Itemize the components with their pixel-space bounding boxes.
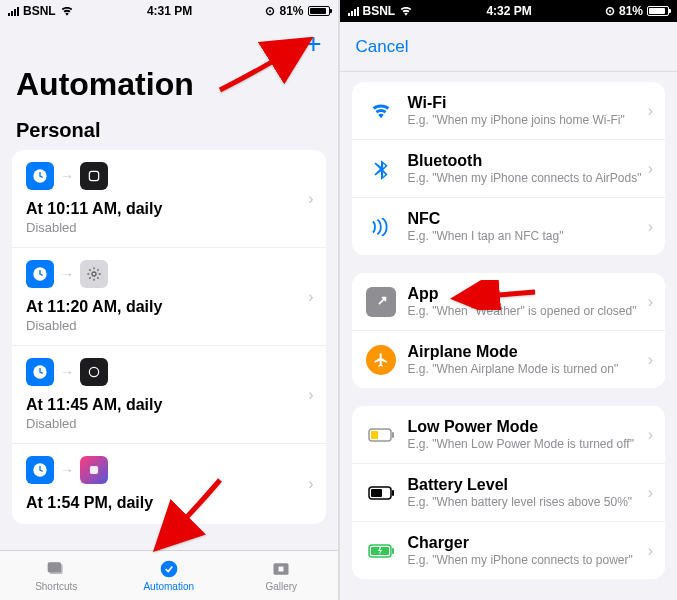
chevron-right-icon: › <box>648 426 653 444</box>
trigger-battery[interactable]: Battery LevelE.g. "When battery level ri… <box>352 464 666 522</box>
chevron-right-icon: › <box>648 160 653 178</box>
automation-row[interactable]: → At 11:20 AM, daily Disabled › <box>12 248 326 346</box>
wifi-icon <box>399 6 413 16</box>
status-bar: BSNL 4:32 PM ⊙ 81% <box>340 0 678 22</box>
svg-rect-21 <box>392 548 394 554</box>
settings-action-icon <box>80 260 108 288</box>
chevron-right-icon: › <box>648 542 653 560</box>
trigger-title: App <box>408 285 652 303</box>
clock-icon <box>26 162 54 190</box>
low-power-icon <box>366 420 396 450</box>
svg-rect-12 <box>279 567 284 572</box>
page-title: Automation <box>0 66 338 111</box>
svg-rect-15 <box>392 432 394 438</box>
carrier: BSNL <box>363 4 396 18</box>
battery-pct: 81% <box>279 4 303 18</box>
shortcuts-action-icon <box>80 456 108 484</box>
svg-point-3 <box>92 272 96 276</box>
trigger-lowpower[interactable]: Low Power ModeE.g. "When Low Power Mode … <box>352 406 666 464</box>
chevron-right-icon: › <box>308 190 313 208</box>
trigger-sub: E.g. "When my iPhone connects to power" <box>408 553 652 567</box>
trigger-bluetooth[interactable]: BluetoothE.g. "When my iPhone connects t… <box>352 140 666 198</box>
tab-shortcuts[interactable]: Shortcuts <box>0 551 113 600</box>
chevron-right-icon: › <box>308 386 313 404</box>
automation-list: → At 10:11 AM, daily Disabled › → At 11:… <box>0 150 338 550</box>
app-icon <box>366 287 396 317</box>
app-action-icon <box>80 358 108 386</box>
clock-time: 4:32 PM <box>486 4 531 18</box>
battery-icon <box>308 6 330 16</box>
automation-time: At 10:11 AM, daily <box>26 200 312 218</box>
automation-row[interactable]: → At 10:11 AM, daily Disabled › <box>12 150 326 248</box>
clock-time: 4:31 PM <box>147 4 192 18</box>
automation-time: At 1:54 PM, daily <box>26 494 312 512</box>
trigger-sub: E.g. "When "Weather" is opened or closed… <box>408 304 652 318</box>
tab-label: Shortcuts <box>35 581 77 592</box>
chevron-right-icon: › <box>648 102 653 120</box>
airplane-icon <box>366 345 396 375</box>
automation-row[interactable]: → At 11:45 AM, daily Disabled › <box>12 346 326 444</box>
add-button[interactable]: + <box>305 28 321 60</box>
trigger-title: Charger <box>408 534 652 552</box>
chevron-right-icon: › <box>648 351 653 369</box>
charger-icon <box>366 536 396 566</box>
trigger-title: Low Power Mode <box>408 418 652 436</box>
carrier: BSNL <box>23 4 56 18</box>
bluetooth-icon <box>366 154 396 184</box>
clock-icon <box>26 260 54 288</box>
alarm-icon: ⊙ <box>605 4 615 18</box>
trigger-title: NFC <box>408 210 652 228</box>
trigger-app[interactable]: AppE.g. "When "Weather" is opened or clo… <box>352 273 666 331</box>
trigger-sub: E.g. "When Low Power Mode is turned off" <box>408 437 652 451</box>
flow-arrow-icon: → <box>60 364 74 380</box>
svg-rect-9 <box>48 562 61 572</box>
trigger-sub: E.g. "When I tap an NFC tag" <box>408 229 652 243</box>
svg-point-5 <box>89 367 98 376</box>
chevron-right-icon: › <box>308 288 313 306</box>
chevron-right-icon: › <box>648 218 653 236</box>
chevron-right-icon: › <box>648 293 653 311</box>
svg-rect-1 <box>89 171 98 180</box>
alarm-icon: ⊙ <box>265 4 275 18</box>
automation-row[interactable]: → At 1:54 PM, daily › <box>12 444 326 524</box>
trigger-wifi[interactable]: Wi-FiE.g. "When my iPhone joins home Wi-… <box>352 82 666 140</box>
tab-gallery[interactable]: Gallery <box>225 551 338 600</box>
flow-arrow-icon: → <box>60 168 74 184</box>
svg-rect-17 <box>371 489 382 497</box>
trigger-sub: E.g. "When my iPhone connects to AirPods… <box>408 171 652 185</box>
automation-time: At 11:20 AM, daily <box>26 298 312 316</box>
trigger-sub: E.g. "When battery level rises above 50%… <box>408 495 652 509</box>
nav-bar: + <box>0 22 338 66</box>
trigger-sub: E.g. "When Airplane Mode is turned on" <box>408 362 652 376</box>
status-bar: BSNL 4:31 PM ⊙ 81% <box>0 0 338 22</box>
tab-automation[interactable]: Automation <box>113 551 226 600</box>
nfc-icon <box>366 212 396 242</box>
svg-rect-7 <box>90 466 98 474</box>
trigger-airplane[interactable]: Airplane ModeE.g. "When Airplane Mode is… <box>352 331 666 388</box>
trigger-nfc[interactable]: NFCE.g. "When I tap an NFC tag" › <box>352 198 666 255</box>
signal-icon <box>8 7 19 16</box>
chevron-right-icon: › <box>648 484 653 502</box>
battery-level-icon <box>366 478 396 508</box>
new-automation-screen: BSNL 4:32 PM ⊙ 81% Cancel Wi-FiE.g. "Whe… <box>340 0 678 600</box>
automation-screen: BSNL 4:31 PM ⊙ 81% + Automation Personal… <box>0 0 340 600</box>
wifi-icon <box>366 96 396 126</box>
clock-icon <box>26 358 54 386</box>
section-header: Personal <box>0 111 338 150</box>
signal-icon <box>348 7 359 16</box>
flow-arrow-icon: → <box>60 266 74 282</box>
trigger-charger[interactable]: ChargerE.g. "When my iPhone connects to … <box>352 522 666 579</box>
flow-arrow-icon: → <box>60 462 74 478</box>
cancel-button[interactable]: Cancel <box>356 37 409 57</box>
wifi-icon <box>60 6 74 16</box>
svg-point-10 <box>160 561 177 578</box>
app-action-icon <box>80 162 108 190</box>
automation-status: Disabled <box>26 220 312 235</box>
automation-time: At 11:45 AM, daily <box>26 396 312 414</box>
modal-header: Cancel <box>340 22 678 72</box>
svg-rect-18 <box>392 490 394 496</box>
trigger-title: Battery Level <box>408 476 652 494</box>
automation-icon <box>157 559 181 579</box>
gallery-icon <box>269 559 293 579</box>
tab-label: Automation <box>143 581 194 592</box>
